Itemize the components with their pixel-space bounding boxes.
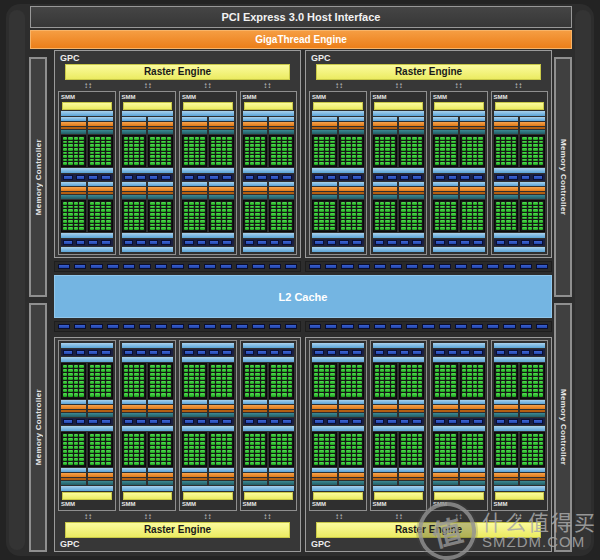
cuda-core	[140, 365, 144, 368]
cuda-core	[352, 450, 356, 453]
register-file-bar	[494, 481, 519, 485]
cuda-core	[124, 217, 128, 220]
polymorph-engine-bar	[62, 102, 112, 110]
cache-bar	[182, 168, 234, 173]
cuda-core	[512, 162, 516, 165]
crossbar-segment	[155, 264, 167, 269]
cuda-core	[200, 209, 204, 212]
cuda-core	[501, 209, 505, 212]
cuda-core	[330, 462, 334, 465]
cuda-core	[161, 442, 165, 445]
cuda-core	[200, 446, 204, 449]
cuda-core	[412, 217, 416, 220]
cuda-core	[446, 373, 450, 376]
cuda-core	[200, 381, 204, 384]
cuda-core	[418, 462, 422, 465]
cuda-core	[79, 152, 83, 155]
cuda-core	[282, 220, 286, 223]
cuda-core	[330, 434, 334, 437]
cuda-core	[435, 381, 439, 384]
crossbar-segment	[220, 264, 232, 269]
cuda-core	[106, 458, 110, 461]
cuda-core	[288, 438, 292, 441]
cuda-core	[68, 393, 72, 396]
cuda-core	[440, 377, 444, 380]
cuda-core	[473, 462, 477, 465]
cuda-core	[440, 144, 444, 147]
cuda-core	[533, 365, 537, 368]
cuda-core	[129, 434, 133, 437]
cuda-core	[412, 162, 416, 165]
cuda-core	[325, 162, 329, 165]
texture-unit	[508, 175, 518, 180]
cuda-core	[325, 141, 329, 144]
cuda-core	[150, 159, 154, 162]
cuda-core	[79, 450, 83, 453]
texture-unit	[533, 240, 543, 245]
cuda-core	[63, 162, 67, 165]
cuda-core	[522, 369, 526, 372]
cuda-core	[129, 206, 133, 209]
cuda-core	[512, 155, 516, 158]
gpc-label: GPC	[58, 53, 297, 63]
cuda-core	[539, 141, 543, 144]
cuda-core	[68, 162, 72, 165]
warp-scheduler-bar	[122, 405, 147, 409]
cuda-core	[63, 446, 67, 449]
cuda-core	[106, 213, 110, 216]
dispatch-bar	[399, 478, 424, 480]
cuda-core	[346, 365, 350, 368]
cuda-core	[533, 137, 537, 140]
cuda-core	[222, 450, 226, 453]
instruction-buffer-bar	[209, 182, 234, 186]
smm-unit: SMM	[491, 340, 549, 511]
cuda-core	[341, 462, 345, 465]
cuda-core	[134, 450, 138, 453]
cuda-core	[288, 462, 292, 465]
cuda-core	[227, 434, 231, 437]
cuda-core	[184, 209, 188, 212]
raster-smm-arrows: ↕↕↕↕↕↕↕↕	[58, 512, 297, 521]
processing-block	[182, 363, 234, 417]
cuda-core	[522, 434, 526, 437]
dispatch-bar	[373, 127, 398, 129]
cuda-core	[528, 152, 532, 155]
cuda-core	[522, 137, 526, 140]
cuda-core	[473, 446, 477, 449]
cuda-core	[79, 227, 83, 230]
smzdm-stamp-icon: 值	[412, 496, 482, 560]
dispatch-bar	[148, 127, 173, 129]
cuda-core	[539, 155, 543, 158]
cuda-core	[528, 209, 532, 212]
cuda-core	[189, 220, 193, 223]
cuda-core	[418, 369, 422, 372]
cuda-core	[446, 227, 450, 230]
cuda-core	[319, 442, 323, 445]
cuda-core	[101, 377, 105, 380]
cuda-core	[271, 209, 275, 212]
smm-unit: SMM	[430, 91, 488, 255]
smm-label: SMM	[182, 501, 234, 508]
cuda-core	[478, 162, 482, 165]
cuda-core	[467, 462, 471, 465]
cuda-core	[255, 209, 259, 212]
cuda-core	[227, 369, 231, 372]
cuda-core	[401, 462, 405, 465]
cuda-core	[462, 224, 466, 227]
cuda-core	[167, 442, 171, 445]
cuda-core	[522, 152, 526, 155]
cuda-core	[401, 434, 405, 437]
cuda-core	[134, 202, 138, 205]
cuda-core	[512, 137, 516, 140]
cuda-core	[200, 385, 204, 388]
cuda-core	[451, 206, 455, 209]
cuda-core	[407, 458, 411, 461]
dispatch-bar	[122, 410, 147, 412]
cuda-core	[63, 393, 67, 396]
cuda-core	[435, 227, 439, 230]
cuda-core	[255, 137, 259, 140]
cuda-core-grid	[312, 363, 337, 399]
processing-column	[520, 432, 545, 486]
cuda-core	[352, 137, 356, 140]
cuda-core	[161, 213, 165, 216]
